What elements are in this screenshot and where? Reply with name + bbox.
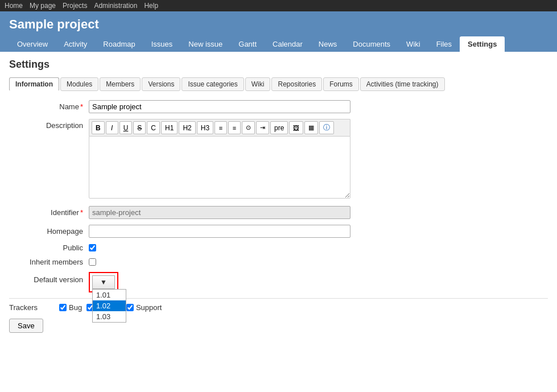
tab-news[interactable]: News xyxy=(311,36,345,52)
default-version-label: Default version xyxy=(9,272,89,284)
image-btn[interactable]: 🖼 xyxy=(289,121,303,134)
trackers-label: Trackers xyxy=(9,303,55,312)
tracker-support: Support xyxy=(126,303,162,312)
toc-btn[interactable]: ⊙ xyxy=(242,121,255,134)
nav-help[interactable]: Help xyxy=(144,2,158,10)
subtab-activities-(time-tracking)[interactable]: Activities (time tracking) xyxy=(360,77,445,91)
tab-gantt[interactable]: Gantt xyxy=(230,36,265,52)
name-row: Name* xyxy=(9,100,548,113)
subtab-modules[interactable]: Modules xyxy=(60,77,98,91)
h1-btn[interactable]: H1 xyxy=(161,121,178,134)
tab-calendar[interactable]: Calendar xyxy=(265,36,311,52)
subtab-issue-categories[interactable]: Issue categories xyxy=(181,77,244,91)
tracker-support-checkbox[interactable] xyxy=(126,304,134,311)
public-label: Public xyxy=(9,244,89,252)
italic-btn[interactable]: I xyxy=(106,121,118,134)
nav-projects[interactable]: Projects xyxy=(63,2,87,10)
ul-btn[interactable]: ≡ xyxy=(214,121,227,134)
tab-issues[interactable]: Issues xyxy=(143,36,181,52)
version-dropdown: 1.01 1.02 1.03 xyxy=(92,289,126,323)
nav-administration[interactable]: Administration xyxy=(94,2,137,10)
tab-files[interactable]: Files xyxy=(428,36,460,52)
description-toolbar: B I U S C H1 H2 H3 ≡ ≡ ⊙ ⇥ pre 🖼 ▦ ⓘ xyxy=(89,119,350,136)
homepage-label: Homepage xyxy=(9,225,89,236)
code-btn[interactable]: C xyxy=(147,121,160,134)
subtab-members[interactable]: Members xyxy=(100,77,141,91)
tab-new-issue[interactable]: New issue xyxy=(180,36,230,52)
identifier-row: Identifier* xyxy=(9,206,548,219)
tracker-bug-label: Bug xyxy=(69,303,82,312)
description-textarea[interactable] xyxy=(89,136,350,199)
h3-btn[interactable]: H3 xyxy=(197,121,213,134)
indent-btn[interactable]: ⇥ xyxy=(256,121,269,134)
description-label: Description xyxy=(9,119,89,130)
table-btn[interactable]: ▦ xyxy=(304,121,318,134)
homepage-row: Homepage xyxy=(9,225,548,238)
underline-btn[interactable]: U xyxy=(119,121,133,134)
homepage-field-wrapper xyxy=(89,225,350,238)
version-arrow-icon: ▼ xyxy=(100,278,107,286)
description-field-wrapper: B I U S C H1 H2 H3 ≡ ≡ ⊙ ⇥ pre 🖼 ▦ ⓘ xyxy=(89,119,350,200)
tracker-bug: Bug xyxy=(59,303,82,312)
homepage-input[interactable] xyxy=(89,225,350,238)
help-btn[interactable]: ⓘ xyxy=(319,121,334,134)
name-field-wrapper xyxy=(89,100,350,113)
version-option-101[interactable]: 1.01 xyxy=(93,290,126,300)
pre-btn[interactable]: pre xyxy=(270,121,288,134)
tab-activity[interactable]: Activity xyxy=(56,36,95,52)
inherit-members-label: Inherit members xyxy=(9,258,89,266)
section-divider xyxy=(9,298,548,299)
identifier-field-wrapper xyxy=(89,206,350,219)
h2-btn[interactable]: H2 xyxy=(179,121,195,134)
sub-tab-navigation: InformationModulesMembersVersionsIssue c… xyxy=(9,77,548,91)
tab-documents[interactable]: Documents xyxy=(345,36,398,52)
name-label: Name* xyxy=(9,100,89,111)
project-title: Sample project xyxy=(9,17,548,36)
strikethrough-btn[interactable]: S xyxy=(133,121,146,134)
save-button[interactable]: Save xyxy=(9,319,43,333)
page-title: Settings xyxy=(9,59,548,71)
top-navigation: Home My page Projects Administration Hel… xyxy=(0,0,557,11)
description-row: Description B I U S C H1 H2 H3 ≡ ≡ ⊙ ⇥ p… xyxy=(9,119,548,200)
default-version-row: Default version ▼ 1.01 1.02 1.03 xyxy=(9,272,548,292)
inherit-members-row: Inherit members xyxy=(9,258,548,266)
ol-btn[interactable]: ≡ xyxy=(228,121,241,134)
tracker-bug-checkbox[interactable] xyxy=(59,304,67,311)
public-row: Public xyxy=(9,244,548,252)
project-header: Sample project OverviewActivityRoadmapIs… xyxy=(0,11,557,52)
version-option-102[interactable]: 1.02 xyxy=(93,300,126,311)
public-checkbox[interactable] xyxy=(89,244,96,251)
tab-overview[interactable]: Overview xyxy=(9,36,56,52)
subtab-versions[interactable]: Versions xyxy=(142,77,180,91)
tab-roadmap[interactable]: Roadmap xyxy=(95,36,143,52)
page-content: Settings InformationModulesMembersVersio… xyxy=(0,52,557,340)
identifier-label: Identifier* xyxy=(9,206,89,217)
tab-wiki[interactable]: Wiki xyxy=(398,36,428,52)
subtab-information[interactable]: Information xyxy=(9,77,59,91)
identifier-input[interactable] xyxy=(89,206,350,219)
nav-mypage[interactable]: My page xyxy=(30,2,56,10)
settings-form: Name* Description B I U S C H1 H2 H3 ≡ xyxy=(9,100,548,333)
trackers-section: Trackers Bug Feature Support xyxy=(9,303,548,312)
subtab-wiki[interactable]: Wiki xyxy=(245,77,271,91)
version-option-103[interactable]: 1.03 xyxy=(93,311,126,322)
nav-home[interactable]: Home xyxy=(5,2,23,10)
subtab-repositories[interactable]: Repositories xyxy=(271,77,322,91)
tab-settings[interactable]: Settings xyxy=(460,36,505,52)
default-version-wrapper: ▼ 1.01 1.02 1.03 xyxy=(89,272,118,292)
version-select-container: ▼ 1.01 1.02 1.03 xyxy=(92,275,115,289)
subtab-forums[interactable]: Forums xyxy=(323,77,359,91)
version-dropdown-btn[interactable]: ▼ xyxy=(92,275,115,289)
bold-btn[interactable]: B xyxy=(92,121,105,134)
tab-navigation: OverviewActivityRoadmapIssuesNew issueGa… xyxy=(9,36,548,52)
name-input[interactable] xyxy=(89,100,350,113)
tracker-support-label: Support xyxy=(136,303,162,312)
inherit-members-checkbox[interactable] xyxy=(89,258,96,266)
